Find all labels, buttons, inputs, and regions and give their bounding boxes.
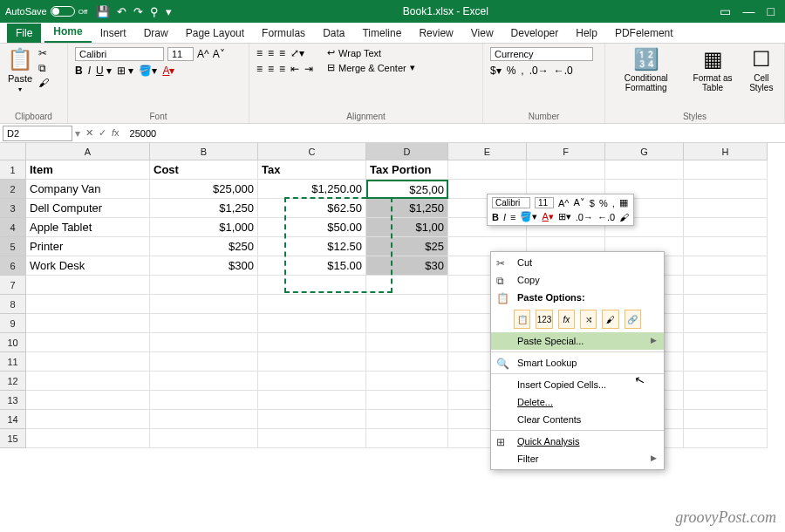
row-header[interactable]: 12 [0,372,26,391]
menu-quick-analysis[interactable]: ⊞ Quick Analysis [491,433,664,450]
tab-formulas[interactable]: Formulas [253,24,314,43]
row-header[interactable]: 7 [0,276,26,295]
font-size-select[interactable] [167,47,194,61]
redo-icon[interactable]: ↷ [133,5,143,18]
cell[interactable] [684,199,768,218]
cell[interactable]: Item [26,160,150,180]
cell[interactable]: $15.00 [258,256,366,276]
border-icon[interactable]: ⊞▾ [558,211,571,222]
cell[interactable]: $1,00 [366,218,448,237]
col-header[interactable]: D [366,143,448,160]
tab-help[interactable]: Help [567,24,606,43]
more-icon[interactable]: ▾ [166,5,172,18]
currency-icon[interactable]: $ [590,198,595,208]
tab-insert[interactable]: Insert [92,24,135,43]
menu-delete[interactable]: Delete... [491,393,664,411]
row-header[interactable]: 4 [0,218,26,237]
tab-home[interactable]: Home [44,22,91,43]
maximize-icon[interactable]: □ [768,4,775,18]
italic-icon[interactable]: I [503,212,506,222]
cell[interactable] [684,180,768,199]
comma-icon[interactable]: , [612,198,615,208]
save-icon[interactable]: 💾 [96,5,110,18]
currency-button[interactable]: $▾ [490,65,502,77]
cell[interactable]: $1,250 [150,199,258,218]
row-header[interactable]: 11 [0,352,26,372]
format-as-table-button[interactable]: ▦ Format as Table [689,47,737,92]
cell[interactable]: Work Desk [26,256,150,276]
cell[interactable]: $25,000 [150,180,258,199]
tab-pdfelement[interactable]: PDFelement [606,24,682,43]
cell[interactable]: $25 [366,237,448,256]
cell[interactable]: Company Van [26,180,150,199]
bottom-align-icon[interactable]: ≡ [279,47,285,59]
format-painter-icon[interactable]: 🖌 [619,212,629,222]
decrease-font-icon[interactable]: A˅ [213,48,225,60]
col-header[interactable]: C [258,143,366,160]
cell[interactable] [605,160,684,180]
row-header[interactable]: 5 [0,237,26,256]
cell[interactable]: $250 [150,237,258,256]
cell[interactable]: Printer [26,237,150,256]
paste-option-formatting[interactable]: 🖌 [602,310,618,329]
middle-align-icon[interactable]: ≡ [268,47,274,59]
format-painter-icon[interactable]: 🖌 [38,77,49,89]
orientation-icon[interactable]: ⤢▾ [290,47,304,59]
minimize-icon[interactable]: — [743,4,755,18]
paste-option-all[interactable]: 📋 [514,310,530,329]
formula-input[interactable] [125,126,785,140]
col-header[interactable]: H [684,143,768,160]
percent-icon[interactable]: % [599,198,608,208]
autosave-toggle[interactable]: AutoSave Off [5,6,87,17]
increase-font-icon[interactable]: A^ [197,48,209,60]
underline-button[interactable]: U ▾ [96,65,112,77]
cell[interactable] [684,237,768,256]
menu-insert-copied[interactable]: Insert Copied Cells... [491,376,664,393]
cell[interactable] [684,256,768,276]
increase-indent-icon[interactable]: ⇥ [304,63,313,75]
cell[interactable]: $300 [150,256,258,276]
enter-icon[interactable]: ✓ [99,127,106,139]
cancel-icon[interactable]: ✕ [85,127,93,139]
menu-paste-special[interactable]: Paste Special... ▶ [491,332,664,350]
paste-option-link[interactable]: 🔗 [625,310,641,329]
copy-icon[interactable]: ⧉ [38,62,49,74]
tab-timeline[interactable]: Timeline [353,24,410,43]
select-all-corner[interactable] [0,143,26,160]
italic-button[interactable]: I [88,65,91,77]
undo-icon[interactable]: ↶ [117,5,126,18]
conditional-formatting-button[interactable]: 🔢 Conditional Formatting [612,47,680,92]
comma-button[interactable]: , [521,65,523,77]
col-header[interactable]: F [527,143,605,160]
merge-center-button[interactable]: ⊟Merge & Center ▾ [327,62,415,73]
cell[interactable] [684,218,768,237]
cell[interactable]: $50.00 [258,218,366,237]
top-align-icon[interactable]: ≡ [256,47,263,59]
tab-developer[interactable]: Developer [502,24,568,43]
paste-button[interactable]: 📋 Paste ▾ [7,47,33,93]
cell[interactable]: $30 [366,256,448,276]
bold-button[interactable]: B [75,65,83,77]
tab-file[interactable]: File [7,24,41,43]
paste-option-transpose[interactable]: ⤭ [580,310,597,329]
cut-icon[interactable]: ✂ [38,47,49,59]
col-header[interactable]: A [26,143,150,160]
mini-font-size[interactable] [535,197,554,208]
cell[interactable]: Apple Tablet [26,218,150,237]
cell[interactable] [527,160,605,180]
menu-filter[interactable]: Filter ▶ [491,450,664,467]
tab-draw[interactable]: Draw [135,24,177,43]
tab-review[interactable]: Review [410,24,461,43]
ribbon-display-icon[interactable]: ▭ [720,4,731,18]
cell-styles-button[interactable]: ☐ Cell Styles [746,47,777,92]
menu-cut[interactable]: ✂ Cut [491,254,664,271]
increase-font-icon[interactable]: A^ [558,198,570,208]
row-header[interactable]: 10 [0,333,26,352]
wrap-text-button[interactable]: ↩Wrap Text [327,47,415,58]
menu-smart-lookup[interactable]: 🔍 Smart Lookup [491,354,664,372]
cell[interactable] [448,160,527,180]
col-header[interactable]: G [605,143,684,160]
row-header[interactable]: 3 [0,199,26,218]
decrease-decimal-icon[interactable]: ←.0 [554,65,573,77]
increase-decimal-icon[interactable]: .0→ [576,212,593,222]
